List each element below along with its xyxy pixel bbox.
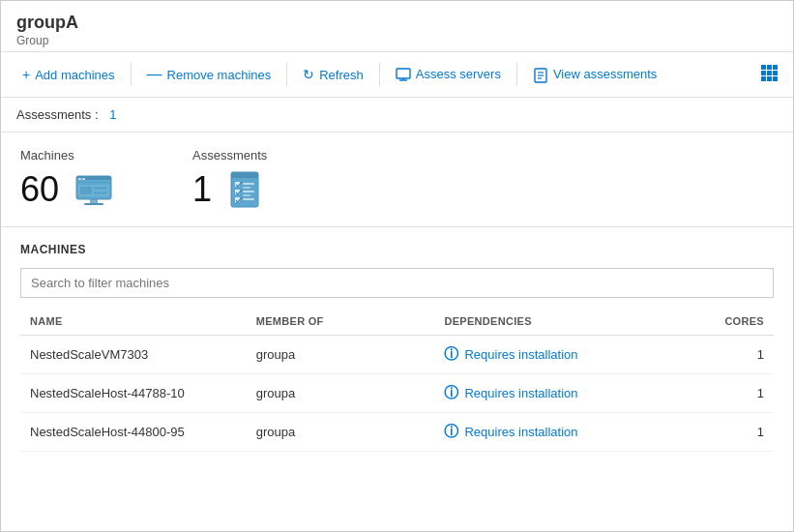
table-row: NestedScaleHost-44800-95 groupa ⓘ Requir… <box>20 413 774 452</box>
svg-rect-20 <box>78 182 109 183</box>
svg-rect-8 <box>767 65 772 70</box>
table-row: NestedScaleHost-44788-10 groupa ⓘ Requir… <box>20 374 774 413</box>
svg-rect-35 <box>243 194 250 196</box>
svg-rect-13 <box>761 76 766 81</box>
machines-icon <box>73 168 115 211</box>
machines-section-title: MACHINES <box>20 243 774 256</box>
svg-rect-24 <box>94 192 107 194</box>
cell-cores: 1 <box>661 413 774 452</box>
svg-rect-32 <box>243 183 254 185</box>
search-input[interactable] <box>20 268 774 298</box>
add-machines-button[interactable]: + Add machines <box>13 61 125 88</box>
assess-servers-button[interactable]: Assess servers <box>386 60 511 88</box>
divider-3 <box>379 63 380 86</box>
divider-4 <box>516 63 517 86</box>
page-header: groupA Group <box>1 1 793 52</box>
divider-1 <box>131 63 132 86</box>
cell-member: groupa <box>247 413 435 452</box>
svg-rect-23 <box>94 187 107 190</box>
assessments-count: 1 <box>192 172 212 207</box>
svg-rect-26 <box>84 203 103 205</box>
remove-machines-label: Remove machines <box>167 68 272 82</box>
requires-installation-link[interactable]: Requires installation <box>464 386 577 400</box>
cell-dependencies: ⓘ Requires installation <box>434 413 661 452</box>
assessments-count-link[interactable]: 1 <box>109 107 116 122</box>
cell-name: NestedScaleHost-44788-10 <box>20 374 247 413</box>
svg-rect-22 <box>80 187 92 194</box>
add-machines-label: Add machines <box>35 68 114 82</box>
assess-servers-label: Assess servers <box>416 67 501 81</box>
cell-cores: 1 <box>661 336 774 374</box>
svg-rect-25 <box>90 199 98 203</box>
refresh-button[interactable]: ↻ Refresh <box>293 61 373 88</box>
cell-dependencies: ⓘ Requires installation <box>434 374 661 413</box>
svg-rect-18 <box>78 178 81 180</box>
cell-name: NestedScaleVM7303 <box>20 336 247 374</box>
assessments-bar: Assessments : 1 <box>1 98 793 133</box>
cell-name: NestedScaleHost-44800-95 <box>20 413 247 452</box>
machines-label: Machines <box>20 148 115 163</box>
svg-rect-14 <box>767 76 772 81</box>
col-header-name: NAME <box>20 308 247 336</box>
view-assessments-button[interactable]: View assessments <box>523 60 666 88</box>
svg-rect-0 <box>397 69 410 78</box>
requires-installation-link[interactable]: Requires installation <box>464 347 577 362</box>
svg-rect-11 <box>767 71 772 75</box>
cell-member: groupa <box>247 336 435 374</box>
svg-rect-33 <box>243 187 250 189</box>
table-row: NestedScaleVM7303 groupa ⓘ Requires inst… <box>20 336 774 374</box>
cell-dependencies: ⓘ Requires installation <box>434 336 661 374</box>
view-assessments-label: View assessments <box>553 67 657 81</box>
assessments-icon <box>225 168 268 211</box>
assessments-stat: Assessments 1 <box>192 148 268 211</box>
machines-stat: Machines 60 <box>20 148 115 211</box>
page-subtitle: Group <box>16 34 778 47</box>
info-icon: ⓘ <box>444 345 458 364</box>
stats-section: Machines 60 Assessme <box>1 133 793 227</box>
svg-rect-12 <box>773 71 778 75</box>
svg-rect-28 <box>231 172 258 178</box>
col-header-member: MEMBER OF <box>247 308 435 336</box>
cell-member: groupa <box>247 374 435 413</box>
assessments-label: Assessments <box>192 148 268 163</box>
page-title: groupA <box>16 13 778 33</box>
plus-icon: + <box>22 67 30 82</box>
svg-rect-36 <box>243 198 254 200</box>
machines-count: 60 <box>20 172 59 207</box>
svg-rect-19 <box>82 178 85 180</box>
svg-rect-10 <box>761 71 766 75</box>
svg-rect-7 <box>761 65 766 70</box>
svg-rect-34 <box>243 191 254 192</box>
refresh-label: Refresh <box>319 68 364 82</box>
col-header-cores: CORES <box>661 308 774 336</box>
info-icon: ⓘ <box>444 423 458 441</box>
svg-rect-15 <box>773 76 778 81</box>
machines-section: MACHINES NAME MEMBER OF DEPENDENCIES COR… <box>1 227 793 467</box>
grid-icon[interactable] <box>756 60 781 89</box>
svg-rect-17 <box>76 176 111 180</box>
divider-2 <box>286 63 287 86</box>
machines-table: NAME MEMBER OF DEPENDENCIES CORES Nested… <box>20 308 774 452</box>
refresh-icon: ↻ <box>303 67 314 82</box>
col-header-dep: DEPENDENCIES <box>434 308 661 336</box>
assess-icon <box>396 66 411 82</box>
svg-rect-9 <box>773 65 778 70</box>
cell-cores: 1 <box>661 374 774 413</box>
toolbar: + Add machines — Remove machines ↻ Refre… <box>1 52 793 98</box>
remove-machines-button[interactable]: — Remove machines <box>137 60 281 89</box>
requires-installation-link[interactable]: Requires installation <box>464 425 577 439</box>
minus-icon: — <box>147 66 162 83</box>
view-icon <box>533 66 548 82</box>
info-icon: ⓘ <box>444 384 458 402</box>
assessments-bar-label: Assessments : <box>16 107 99 122</box>
